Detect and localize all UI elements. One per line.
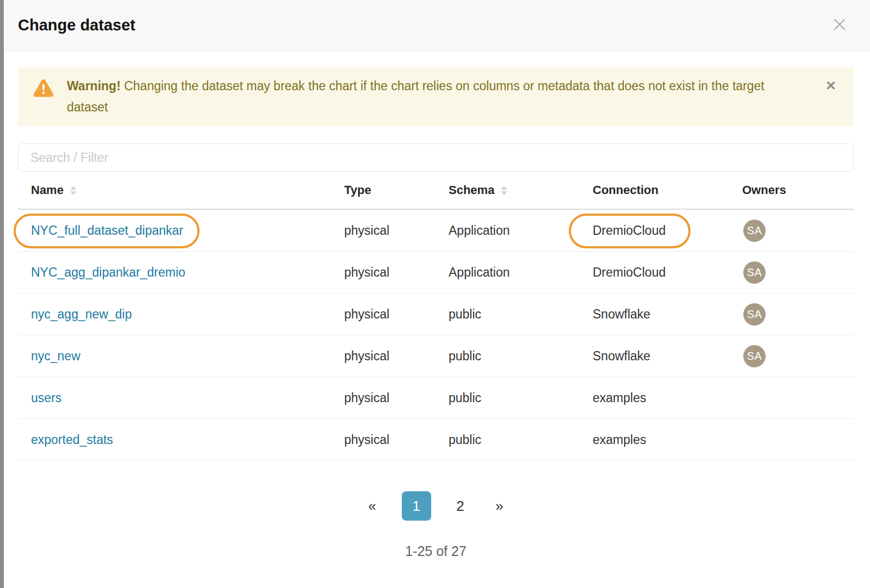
modal-body: Warning! Changing the dataset may break … bbox=[4, 51, 870, 559]
table-row[interactable]: NYC_agg_dipankar_dremio physical Applica… bbox=[18, 252, 854, 293]
dataset-name-cell: nyc_agg_new_dip bbox=[18, 307, 344, 322]
sort-icon[interactable] bbox=[70, 186, 77, 195]
pagination-next-button[interactable]: » bbox=[490, 498, 509, 515]
dataset-link[interactable]: nyc_agg_new_dip bbox=[31, 307, 132, 321]
owner-avatar: SA bbox=[743, 220, 766, 242]
pagination-prev-button[interactable]: « bbox=[363, 498, 382, 515]
dataset-link[interactable]: exported_stats bbox=[31, 433, 113, 447]
column-header-name-label: Name bbox=[31, 183, 64, 197]
table-header: Name Type Schema Connection Owners bbox=[18, 172, 854, 210]
dataset-type-cell: physical bbox=[344, 265, 449, 280]
dataset-link[interactable]: nyc_new bbox=[31, 349, 80, 363]
dataset-type-cell: physical bbox=[344, 433, 449, 447]
dataset-connection-cell: examples bbox=[593, 433, 742, 447]
pagination-page-2[interactable]: 2 bbox=[451, 498, 470, 515]
pagination-page-1-active[interactable]: 1 bbox=[402, 491, 431, 521]
table-row[interactable]: nyc_new physical public Snowflake SA bbox=[18, 335, 854, 377]
table-row[interactable]: exported_stats physical public examples bbox=[18, 419, 854, 461]
table-row[interactable]: NYC_full_dataset_dipankar physical Appli… bbox=[18, 210, 854, 252]
pagination-summary: 1-25 of 27 bbox=[18, 543, 854, 559]
dataset-owners-cell: SA bbox=[742, 345, 854, 367]
dataset-schema-cell: Application bbox=[449, 265, 593, 280]
dataset-type-cell: physical bbox=[344, 223, 449, 238]
dataset-connection-cell: DremioCloud bbox=[593, 265, 742, 280]
warning-dismiss-icon[interactable]: ✕ bbox=[825, 79, 836, 92]
dataset-owners-cell: SA bbox=[742, 220, 854, 242]
sort-icon[interactable] bbox=[501, 186, 507, 195]
background-page-edge bbox=[0, 0, 4, 588]
dataset-schema-cell: public bbox=[449, 391, 593, 405]
owner-avatar: SA bbox=[743, 303, 766, 326]
column-header-schema[interactable]: Schema bbox=[449, 183, 593, 197]
dataset-schema-cell: public bbox=[449, 433, 593, 447]
warning-message: Warning! Changing the dataset may break … bbox=[67, 76, 801, 118]
change-dataset-modal: Change dataset Warning! Changing the dat… bbox=[4, 0, 870, 588]
modal-close-button[interactable] bbox=[831, 16, 848, 35]
column-header-schema-label: Schema bbox=[449, 183, 494, 197]
modal-header: Change dataset bbox=[4, 0, 870, 51]
warning-message-rest: Changing the dataset may break the chart… bbox=[67, 79, 765, 114]
dataset-name-cell: users bbox=[18, 391, 344, 405]
warning-icon bbox=[33, 78, 54, 118]
dataset-type-cell: physical bbox=[344, 307, 449, 322]
dataset-name-cell: exported_stats bbox=[18, 433, 344, 447]
dataset-schema-cell: Application bbox=[449, 223, 593, 238]
pagination: « 1 2 » bbox=[18, 491, 854, 521]
dataset-link[interactable]: NYC_agg_dipankar_dremio bbox=[31, 265, 185, 279]
dataset-type-cell: physical bbox=[344, 391, 449, 405]
column-header-connection: Connection bbox=[593, 183, 742, 197]
dataset-link[interactable]: NYC_full_dataset_dipankar bbox=[31, 223, 183, 237]
dataset-name-cell: NYC_full_dataset_dipankar bbox=[18, 223, 344, 238]
dataset-connection-cell: DremioCloud bbox=[593, 223, 742, 238]
dataset-schema-cell: public bbox=[449, 307, 593, 322]
dataset-connection-cell: examples bbox=[593, 391, 742, 405]
owner-avatar: SA bbox=[743, 345, 766, 367]
modal-title: Change dataset bbox=[18, 16, 135, 34]
dataset-link[interactable]: users bbox=[31, 391, 61, 405]
dataset-schema-cell: public bbox=[449, 349, 593, 364]
dataset-type-cell: physical bbox=[344, 349, 449, 364]
dataset-connection-cell: Snowflake bbox=[593, 349, 742, 364]
close-icon bbox=[831, 16, 848, 35]
column-header-type: Type bbox=[344, 183, 449, 197]
dataset-owners-cell: SA bbox=[742, 303, 854, 326]
owner-avatar: SA bbox=[743, 261, 766, 284]
dataset-name-cell: NYC_agg_dipankar_dremio bbox=[18, 265, 344, 280]
table-row[interactable]: users physical public examples bbox=[18, 377, 854, 419]
warning-message-bold: Warning! bbox=[67, 79, 121, 93]
search-input[interactable] bbox=[18, 143, 854, 172]
column-header-owners: Owners bbox=[742, 183, 854, 197]
dataset-name-cell: nyc_new bbox=[18, 349, 344, 364]
dataset-owners-cell: SA bbox=[742, 261, 854, 284]
table-row[interactable]: nyc_agg_new_dip physical public Snowflak… bbox=[18, 293, 854, 335]
dataset-connection-cell: Snowflake bbox=[593, 307, 742, 322]
column-header-name[interactable]: Name bbox=[18, 183, 344, 197]
warning-banner: Warning! Changing the dataset may break … bbox=[18, 67, 854, 126]
